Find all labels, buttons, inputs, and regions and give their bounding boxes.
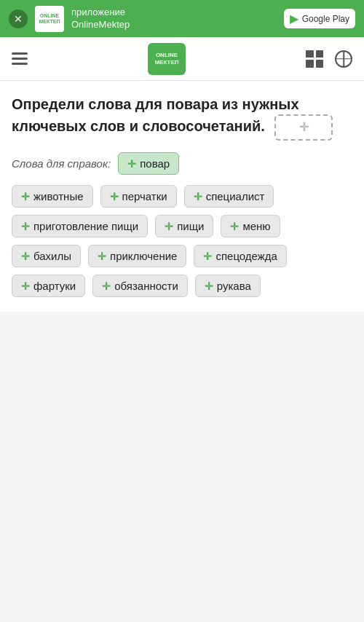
move-icon: ✛ [230,221,239,232]
banner-left: ✕ ONLINE МЕКТЕП приложение OnlineMektep [9,6,130,32]
chip-perchatki[interactable]: ✛перчатки [100,185,177,208]
move-icon: ✛ [205,280,213,292]
words-reference-row: Слова для справок: ✛ повар [12,152,352,175]
chip-text: перчатки [122,190,167,202]
chip-text: специалист [206,190,265,202]
drag-drop-target[interactable]: ✛ [274,114,333,141]
nav-logo: ONLINE МЕКТЕП [148,43,186,75]
top-banner: ✕ ONLINE МЕКТЕП приложение OnlineMektep … [0,0,364,37]
close-button[interactable]: ✕ [9,9,28,28]
grid-view-icon[interactable] [306,50,323,68]
chip-text: рукава [217,280,251,292]
chip-text: меню [242,220,270,232]
move-icon: ✛ [98,251,106,262]
chips-grid: ✛животные✛перчатки✛специалист✛приготовле… [12,185,352,297]
chip-rukava[interactable]: ✛рукава [195,275,261,297]
chip-text: приключение [110,250,177,262]
chip-specialist[interactable]: ✛специалист [184,185,274,208]
banner-app-title: приложение OnlineMektep [71,7,130,31]
nav-bar: ONLINE МЕКТЕП [0,37,364,81]
chip-text: обязанности [114,280,178,292]
google-play-label: Google Play [302,14,349,24]
move-icon: ✛ [110,191,119,202]
words-reference-label: Слова для справок: [12,157,111,170]
google-play-icon: ▶ [290,12,298,25]
move-icon: ✛ [21,251,30,262]
chip-text: пищи [177,220,204,232]
chip-text: приготовление пищи [33,220,138,232]
chip-spetsodejda[interactable]: ✛спецодежда [194,245,286,267]
chip-text: фартуки [33,280,76,292]
language-icon[interactable] [335,50,352,68]
google-play-button[interactable]: ▶ Google Play [284,9,355,28]
nav-icons [306,50,352,68]
chip-text: спецодежда [215,250,277,262]
move-icon: ✛ [21,191,30,202]
chip-text: повар [140,157,170,170]
chip-menyu[interactable]: ✛меню [221,215,280,237]
move-icon: ✛ [127,158,136,170]
move-icon: ✛ [102,280,111,292]
chip-fartuki[interactable]: ✛фартуки [12,275,85,297]
main-content: Определи слова для повара из нужных ключ… [0,81,364,312]
move-icon: ✛ [203,251,212,262]
move-icon: ✛ [194,191,202,202]
chip-text: бахилы [33,250,71,262]
move-icon: ✛ [21,221,30,232]
question-title: Определи слова для повара из нужных ключ… [12,94,352,141]
hamburger-menu[interactable] [12,52,28,65]
move-icon: ✛ [21,280,30,292]
chip-povar[interactable]: ✛ повар [118,152,179,175]
chip-priklyuchenie[interactable]: ✛приключение [88,245,186,267]
chip-text: животные [33,190,84,202]
chip-pishchi[interactable]: ✛пищи [155,215,213,237]
chip-obyazannosti[interactable]: ✛обязанности [92,275,188,297]
chip-bakhily[interactable]: ✛бахилы [12,245,81,267]
chip-zhivotnye[interactable]: ✛животные [12,185,93,208]
chip-prigotovlenie[interactable]: ✛приготовление пищи [12,215,148,237]
banner-logo: ONLINE МЕКТЕП [35,6,64,32]
move-icon: ✛ [165,221,173,232]
